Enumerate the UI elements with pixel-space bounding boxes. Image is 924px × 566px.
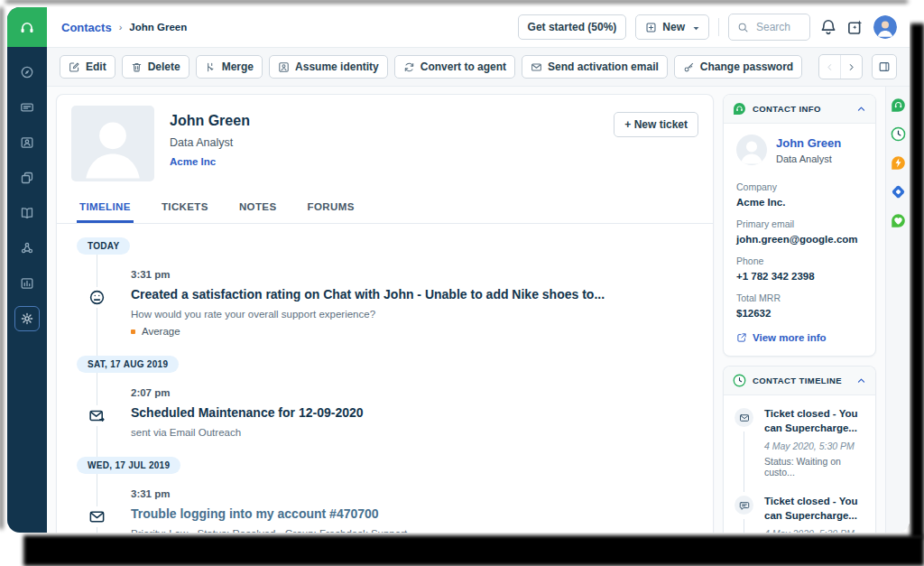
view-more-info-link[interactable]: View more info [736,332,863,343]
compass-icon [20,65,34,79]
timeline-time: 2:07 pm [131,387,695,398]
trash-icon [131,61,143,73]
bolt-drop-icon[interactable] [891,155,906,171]
next-record-button[interactable] [841,55,862,79]
contact-card: John Green Data Analyst Acme Inc + New t… [56,94,714,533]
envelope-icon [735,408,753,427]
tab-notes[interactable]: NOTES [236,190,280,223]
timeline-entry: 3:31 pm Created a satisfaction rating on… [57,255,713,355]
contact-timeline-header[interactable]: CONTACT TIMELINE [724,367,875,395]
right-column: CONTACT INFO John Green Data Analyst [723,94,876,533]
search-icon [737,22,749,33]
breadcrumb-separator: › [119,22,123,32]
assume-identity-button[interactable]: Assume identity [269,55,388,79]
contact-timeline-title[interactable]: Ticket closed - You can Supercharge... [764,406,866,435]
contact-name: John Green [170,113,250,129]
contact-timeline-panel: CONTACT TIMELINE Ticket closed - You can… [723,366,876,533]
torn-edge-right [910,23,924,538]
send-activation-email-button[interactable]: Send activation email [522,55,668,79]
sidebar-item-contacts[interactable] [14,130,40,155]
contact-timeline-title[interactable]: Ticket closed - You can Supercharge... [764,494,866,523]
edit-icon [69,61,80,73]
contact-card-icon [20,135,34,150]
timeline-title[interactable]: Created a satisfaction rating on Chat wi… [131,287,695,302]
sidebar-item-dashboard[interactable] [14,60,40,85]
network-icon [20,241,34,255]
chevron-up-icon[interactable] [856,376,866,385]
book-icon [20,206,34,220]
breadcrumb-contacts[interactable]: Contacts [61,21,112,34]
headset-icon [18,18,36,36]
sidebar-item-companies[interactable] [14,165,40,190]
contact-info-field: Total MRR $12632 [736,292,863,319]
previous-record-button[interactable] [819,55,841,79]
search-box[interactable] [728,14,810,41]
chat-icon [735,496,753,515]
contact-info-field: Phone +1 782 342 2398 [736,255,863,282]
contact-toolbar: Edit Delete Merge Assume identity [47,48,910,87]
contact-info-name[interactable]: John Green [776,136,841,150]
contact-info-avatar [736,135,767,165]
edit-button[interactable]: Edit [60,55,116,79]
merge-button[interactable]: Merge [196,55,263,79]
sidebar-item-analytics[interactable] [14,271,40,296]
collapse-panel-button[interactable] [872,54,897,79]
timeline-entry-satisfaction: TODAY 3:31 pm Created a satisfaction rat… [57,237,713,355]
delete-button[interactable]: Delete [122,55,189,79]
diamond-app-icon[interactable] [891,184,906,199]
torn-edge-top [5,0,908,3]
contact-info-panel: CONTACT INFO John Green Data Analyst [723,94,876,357]
user-avatar[interactable] [873,15,897,39]
timeline-detail: sent via Email Outreach [131,427,695,438]
contact-timeline-date: 4 May 2020, 5:30 PM [764,441,866,451]
sidebar-item-forums[interactable] [14,236,40,261]
top-bar: Contacts › John Green Get started (50%) … [47,7,910,48]
timeline-date-pill: TODAY [77,237,130,255]
timeline-time: 3:31 pm [131,488,695,499]
merge-icon [205,61,217,73]
chevron-up-icon[interactable] [856,104,866,114]
meh-face-icon [87,287,107,308]
tab-timeline[interactable]: TIMELINE [77,190,134,223]
sidebar-item-tickets[interactable] [14,95,40,120]
timeline-detail: Priority: Low · Status: Resolved · Group… [131,528,695,533]
left-sidebar [7,7,47,533]
fd-mini-icon[interactable] [891,97,906,113]
contact-timeline-status: Status: Waiting on custo... [764,456,866,478]
clock-ring-icon[interactable] [891,126,906,142]
contact-timeline-date: 4 May 2020, 5:30 PM [764,528,866,533]
sidebar-item-solutions[interactable] [14,200,40,226]
timeline-title[interactable]: Trouble logging into my account #470700 [131,506,695,521]
timeline-rating: Average [131,326,695,337]
whats-new-sparkle-icon[interactable] [846,18,864,36]
change-password-button[interactable]: Change password [674,55,802,79]
timeline-title[interactable]: Scheduled Maintenance for 12-09-2020 [131,405,695,420]
ticket-icon [20,100,34,115]
torn-edge-left [0,7,3,529]
timeline-entry-maintenance: SAT, 17 AUG 2019 2:07 pm Scheduled Maint… [57,355,713,456]
sidebar-item-admin[interactable] [14,306,40,331]
contact-info-header[interactable]: CONTACT INFO [724,95,875,124]
search-input[interactable] [754,20,801,34]
plus-square-icon [645,22,657,33]
freshdesk-logo[interactable] [7,7,47,47]
heart-drop-icon[interactable] [891,213,906,228]
contact-tabs: TIMELINE TICKETS NOTES FORUMS [57,190,713,224]
torn-edge-bottom [23,535,924,566]
new-ticket-button[interactable]: + New ticket [614,112,698,137]
convert-to-agent-button[interactable]: Convert to agent [394,55,515,79]
tab-tickets[interactable]: TICKETS [159,190,211,223]
get-started-button[interactable]: Get started (50%) [518,14,627,40]
contact-company-link[interactable]: Acme Inc [170,156,250,167]
timeline-clock-icon [733,374,746,387]
notifications-bell-icon[interactable] [819,18,837,36]
record-pager [818,54,863,79]
timeline-date-pill: WED, 17 JUL 2019 [77,457,180,474]
new-button[interactable]: New [635,14,709,40]
tab-forums[interactable]: FORUMS [305,190,357,223]
timeline-entry-ticket: WED, 17 JUL 2019 3:31 pm Trouble logging… [57,456,713,533]
refresh-icon [403,61,415,73]
sidebar-nav [14,60,40,331]
contact-info-field: Company Acme Inc. [736,181,863,208]
breadcrumb-current: John Green [129,22,187,32]
